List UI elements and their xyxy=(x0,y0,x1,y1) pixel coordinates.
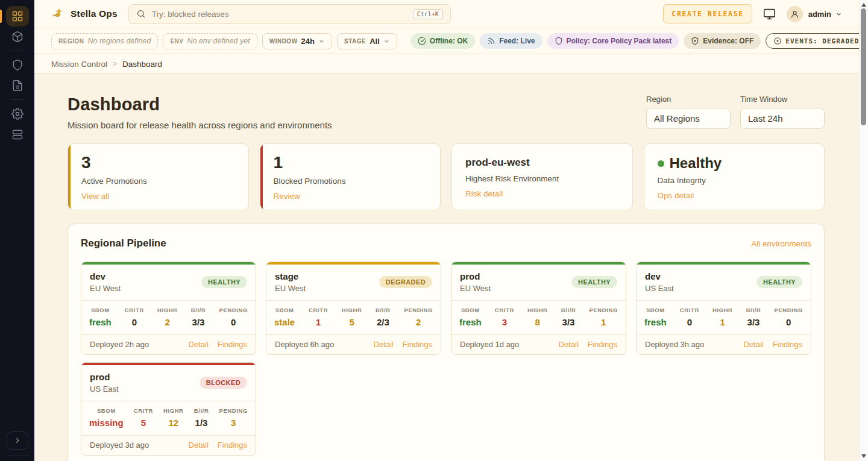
time-window-select[interactable]: Last 24h xyxy=(740,108,825,129)
search-input[interactable] xyxy=(152,10,407,19)
rss-icon xyxy=(487,37,495,45)
policy-status-pill[interactable]: Policy: Core Policy Pack latest xyxy=(547,33,679,49)
global-search[interactable]: Ctrl+K xyxy=(128,4,451,24)
env-filter-chip[interactable]: ENV No env defined yet xyxy=(163,33,257,49)
stat-column-label: B/I/R xyxy=(561,307,576,313)
region-select[interactable]: All Regions xyxy=(646,108,731,129)
chevron-right-icon xyxy=(13,436,22,445)
comet-star-logo-icon xyxy=(51,7,64,20)
chip-label: ENV xyxy=(170,38,183,45)
findings-link[interactable]: Findings xyxy=(588,340,617,349)
scroll-up-arrow[interactable] xyxy=(861,3,866,7)
region-filter-chip[interactable]: REGION No regions defined xyxy=(51,33,158,49)
scroll-down-arrow[interactable] xyxy=(861,454,866,458)
card-value: prod-eu-west xyxy=(465,157,619,169)
findings-link[interactable]: Findings xyxy=(218,340,247,349)
findings-link[interactable]: Findings xyxy=(218,441,247,450)
review-link[interactable]: Review xyxy=(274,192,300,201)
region-name: EU West xyxy=(90,284,121,293)
detail-link[interactable]: Detail xyxy=(559,340,579,349)
dot-circle-icon xyxy=(773,37,782,45)
risk-detail-link[interactable]: Risk detail xyxy=(465,189,503,198)
region-name: US East xyxy=(90,384,119,394)
detail-link[interactable]: Detail xyxy=(189,441,209,450)
sidebar-item-infrastructure[interactable] xyxy=(6,124,29,145)
stat-value-bir: 3/3 xyxy=(561,317,576,327)
stat-column-label: SBOM xyxy=(274,307,295,313)
server-icon xyxy=(11,128,24,140)
user-menu[interactable]: admin xyxy=(787,6,842,22)
events-status-pill[interactable]: EVENTS: DEGRADED xyxy=(766,33,867,49)
shield-icon xyxy=(11,59,24,71)
stat-value-bir: 3/3 xyxy=(191,317,206,327)
breadcrumb-current: Dashboard xyxy=(122,60,162,69)
offline-status-pill[interactable]: Offline: OK xyxy=(410,33,475,49)
stat-value-pending: 1 xyxy=(589,317,617,327)
display-mode-button[interactable] xyxy=(763,8,776,20)
window-filter-chip[interactable]: WINDOW 24h xyxy=(262,33,332,49)
detail-link[interactable]: Detail xyxy=(374,340,394,349)
card-label: Blocked Promotions xyxy=(274,177,427,186)
stat-column-label: B/I/R xyxy=(746,307,761,313)
file-icon xyxy=(11,80,24,92)
stat-column-label: HIGHR xyxy=(527,307,548,313)
feed-status-pill[interactable]: Feed: Live xyxy=(480,33,542,49)
stat-column-label: CRITR xyxy=(134,407,153,414)
sidebar-expand-button[interactable] xyxy=(7,431,28,450)
sidebar-item-dashboard[interactable] xyxy=(6,6,29,27)
stat-column-label: HIGHR xyxy=(712,307,733,313)
stat-column-label: SBOM xyxy=(89,407,124,414)
scrollbar-thumb[interactable] xyxy=(861,8,866,125)
region-name: US East xyxy=(645,284,674,293)
sidebar-item-settings[interactable] xyxy=(6,104,29,124)
region-select-group: Region All Regions xyxy=(646,95,731,129)
page-heading: Dashboard Mission board for release heal… xyxy=(68,95,332,130)
detail-link[interactable]: Detail xyxy=(744,340,764,349)
sidebar-divider xyxy=(10,99,25,100)
user-name: admin xyxy=(808,10,831,19)
sidebar-item-security[interactable] xyxy=(6,55,29,75)
panel-title: Regional Pipeline xyxy=(81,237,166,249)
create-release-button[interactable]: CREATE RELEASE xyxy=(663,4,752,24)
package-icon xyxy=(11,31,24,43)
stat-column-label: PENDING xyxy=(404,307,433,313)
stat-value-critr: 1 xyxy=(309,317,328,327)
detail-link[interactable]: Detail xyxy=(189,340,209,349)
stat-value-critr: 0 xyxy=(125,317,144,327)
chevron-down-icon xyxy=(318,38,325,45)
stat-column-label: HIGHR xyxy=(163,407,184,414)
evidence-status-pill[interactable]: Evidence: OFF xyxy=(684,33,761,49)
user-icon xyxy=(790,10,799,19)
dashboard-content: Dashboard Mission board for release heal… xyxy=(34,74,859,461)
time-window-select-label: Time Window xyxy=(740,95,825,104)
context-bar: REGION No regions defined ENV No env def… xyxy=(34,28,859,54)
page-subtitle: Mission board for release health across … xyxy=(68,120,332,130)
sidebar-item-releases[interactable] xyxy=(6,27,29,47)
ops-detail-link[interactable]: Ops detail xyxy=(658,191,694,200)
card-accent xyxy=(260,144,263,210)
topbar-actions: CREATE RELEASE admin xyxy=(663,4,842,24)
stat-column-label: PENDING xyxy=(219,307,247,313)
stat-value-highr: 12 xyxy=(163,418,184,428)
monitor-icon xyxy=(763,8,776,20)
stat-column-label: CRITR xyxy=(309,307,328,313)
chip-value: All xyxy=(370,37,380,46)
sidebar-item-documents[interactable] xyxy=(6,75,29,96)
breadcrumb-parent[interactable]: Mission Control xyxy=(51,60,107,69)
sidebar xyxy=(0,0,34,461)
status-badge: DEGRADED xyxy=(379,276,432,288)
findings-link[interactable]: Findings xyxy=(773,340,802,349)
findings-link[interactable]: Findings xyxy=(403,340,432,349)
chip-value: No env defined yet xyxy=(187,37,250,45)
card-value: Healthy xyxy=(670,155,722,172)
status-badge: HEALTHY xyxy=(756,276,802,288)
app-root: Stella Ops Ctrl+K CREATE RELEASE admin xyxy=(0,0,868,461)
all-environments-link[interactable]: All environments xyxy=(751,239,811,248)
breadcrumb-separator: > xyxy=(113,60,117,68)
summary-cards-row: 3 Active Promotions View all 1 Blocked P… xyxy=(68,143,825,210)
vertical-scrollbar[interactable] xyxy=(859,0,868,461)
stage-filter-chip[interactable]: STAGE All xyxy=(337,33,397,49)
view-all-link[interactable]: View all xyxy=(81,192,109,201)
deployed-label: Deployed 6h ago xyxy=(275,340,334,349)
check-circle-icon xyxy=(418,37,426,45)
